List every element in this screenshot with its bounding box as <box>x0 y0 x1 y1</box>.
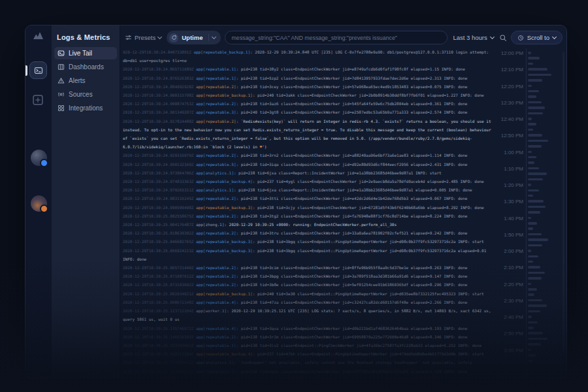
histogram-bar <box>528 52 531 54</box>
log-entry[interactable]: 2020-12-29T10:39:25.065721440Z app[repea… <box>123 263 493 272</box>
log-entry[interactable]: 2020-12-29T10:39:25.146639392Z app[repea… <box>123 333 493 341</box>
scroll-to-button[interactable]: Scroll to <box>511 31 563 44</box>
log-message: pid=237 tid=47kh class=Endpoint::PingUpt… <box>257 351 484 356</box>
sidebar-item-live-tail[interactable]: Live Tail <box>54 47 117 59</box>
chevron-down-icon[interactable] <box>212 35 216 39</box>
log-entry[interactable]: 2020-12-29T10:39:25.183946072Z app[repea… <box>123 367 493 376</box>
sidebar-item-alerts[interactable]: Alerts <box>54 74 117 87</box>
log-source-tag: app[repeatable.2]: <box>196 119 238 123</box>
log-source-tag: app[analytics.1]: <box>196 171 236 175</box>
log-entry[interactable]: 2020-12-29T10:39:25.002558675Z app[repea… <box>123 212 493 220</box>
log-entry[interactable]: 2020-12-29T10:39:25.171987612Z app[analy… <box>123 358 493 367</box>
log-entry[interactable]: 2020-12-29T10:39:24.974833363Z app[repea… <box>123 177 493 186</box>
sidebar-nav: Live TailDashboardsAlertsSourcesIntegrat… <box>54 47 117 114</box>
rail-live-tail-button[interactable] <box>29 61 47 79</box>
log-timestamp: 2020-12-29T10:39:24.865711689Z <box>123 67 193 71</box>
time-label: 12:00 PM <box>497 50 523 56</box>
log-entry[interactable]: 2020-12-29T10:39:24.983116245Z app[repea… <box>123 194 493 203</box>
log-source-tag: app[repeatable.2]: <box>196 335 238 339</box>
log-message: pid=238 tid=6jxa class=Report::IncidentW… <box>238 171 442 175</box>
scrollbar[interactable] <box>563 52 564 352</box>
log-entry[interactable]: 2020-12-29T10:39:24.884092928Z app[repea… <box>123 82 493 91</box>
log-entry[interactable]: 2020-12-29T10:39:24.979265311Z app[analy… <box>123 186 493 194</box>
log-entry[interactable]: 2020-12-29T10:39:24.950132169Z app[repea… <box>123 160 493 169</box>
log-entry[interactable]: 2020-12-29T10:39:24.929316979Z app[repea… <box>123 151 493 159</box>
log-message: pid=238 tid=3bgq class=Endpoint::PingUpt… <box>257 239 484 244</box>
log-entry[interactable]: 2020-12-29T10:39:24.990599498Z app[repea… <box>123 203 493 212</box>
rail-add-button[interactable] <box>31 93 45 106</box>
sidebar-item-sources[interactable]: Sources <box>54 88 117 101</box>
time-label: 1:10 PM <box>497 166 523 172</box>
log-timestamp: 2020-12-29T10:39:24.974833363Z <box>123 179 193 184</box>
log-source-tag: app[repeatable.2]: <box>196 84 238 89</box>
log-timestamp: 2020-12-29T10:39:24.973964706Z <box>123 171 193 175</box>
log-entry[interactable]: 2020-12-29T10:39:25.163712204Z app[repea… <box>123 350 493 358</box>
log-message: pid=238 tid=3iqa class=EndpointCheckWork… <box>241 162 468 167</box>
log-message: pid=238 tid=3lv2 class=Endpoint::PingChe… <box>241 343 482 348</box>
presets-label: Presets <box>135 34 155 41</box>
log-message: 'toadhopper' not available, safely canno… <box>238 360 472 365</box>
histogram-bar <box>528 172 547 175</box>
log-timestamp: 2020-12-29T10:39:25.065721440Z <box>123 265 193 270</box>
histogram-bar <box>528 106 545 109</box>
log-entry[interactable]: 2020-12-29T10:39:25.153103602Z app[repea… <box>123 341 493 350</box>
log-source-tag: app[repeatable.2]: <box>196 274 238 278</box>
log-source-tag: app[repeatable_backup.3]: <box>196 239 255 244</box>
histogram-bar <box>528 327 534 329</box>
log-entry[interactable]: 2020-12-29T10:39:25.191349287Z app[repea… <box>123 376 493 379</box>
sidebar-item-integrations[interactable]: Integrations <box>54 102 117 114</box>
sidebar-item-label: Alerts <box>69 77 86 84</box>
histogram-bar <box>528 140 548 142</box>
log-message: pid=238 tid=3rn2 class=EndpointCheckWork… <box>241 153 468 157</box>
log-entry[interactable]: 2020-12-29T10:39:24.865711689Z app[repea… <box>123 65 493 73</box>
log-source-tag: app[repeatable_backup.4]: <box>196 179 255 184</box>
sidebar-title: Logs & Metrics <box>54 33 117 41</box>
log-source-tag: app[repeatable_backup.1]: <box>196 93 255 97</box>
histogram-bar <box>528 151 532 154</box>
log-entry[interactable]: 2020-12-29T10:39:25.098672148Z app[repea… <box>123 298 493 306</box>
histogram-bar <box>528 316 532 318</box>
log-entry[interactable]: 2020-12-29T10:39:25.004176487Z app[zhong… <box>123 220 493 229</box>
log-entry[interactable]: 2020-12-29T10:39:24.973964706Z app[analy… <box>123 169 493 177</box>
avatar[interactable] <box>31 150 47 166</box>
log-entry[interactable]: 2020-12-29T10:39:25.123712204Z app[worke… <box>123 306 493 323</box>
uptime-filter-pill[interactable]: Uptime <box>167 31 221 44</box>
log-timestamp: 2020-12-29T10:39:25.171987612Z <box>123 360 193 365</box>
histogram-bar <box>528 261 533 263</box>
histogram-bar <box>528 250 531 252</box>
log-source-tag: app[repeatable.5]: <box>196 162 238 167</box>
sliders-icon <box>125 34 132 41</box>
log-entry[interactable]: 920-12-29T10:39:24.848733891Z app[repeat… <box>123 48 493 65</box>
search-icon[interactable] <box>499 34 507 42</box>
log-entry[interactable]: 2020-12-29T10:39:24.900874753Z app[repea… <box>123 99 493 108</box>
log-entry[interactable]: 2020-12-29T10:39:25.056924213Z app[repea… <box>123 246 493 263</box>
log-entry[interactable]: 2020-12-29T10:39:24.876526383Z app[repea… <box>123 74 493 82</box>
log-source-tag: app[zhong.1]: <box>196 222 227 227</box>
histogram-bar <box>528 338 547 340</box>
log-entry[interactable]: 2020-12-29T10:39:25.071087612Z app[repea… <box>123 272 493 280</box>
log-entry[interactable]: 2020-12-29T10:39:24.917824488Z app[repea… <box>123 117 493 152</box>
log-source-tag: app[repeatable.2]: <box>196 101 238 106</box>
log-entry[interactable]: 2020-12-29T10:39:25.073103602Z app[repea… <box>123 280 493 289</box>
log-entry[interactable]: 2020-12-29T10:39:25.135746072Z app[repea… <box>123 324 493 333</box>
log-source-tag: app[repeatable.1]: <box>196 67 238 71</box>
log-entry[interactable]: 2020-12-29T10:39:25.018639392Z app[repea… <box>123 229 493 237</box>
search-input[interactable]: message_string:"CAA" AND message_string:… <box>225 31 448 44</box>
sidebar-item-dashboards[interactable]: Dashboards <box>54 61 117 73</box>
histogram-bar <box>528 90 539 93</box>
dashboards-icon <box>57 63 65 71</box>
log-entry[interactable]: 2020-12-29T10:39:25.046682765Z app[repea… <box>123 237 493 246</box>
log-entry[interactable]: 2020-12-29T10:39:25.082034021Z app[repea… <box>123 289 493 298</box>
log-timestamp: 2020-12-29T10:39:24.876526383Z <box>123 76 193 80</box>
log-source-tag: app[repeatable_backup.3]: <box>196 248 255 253</box>
presets-button[interactable]: Presets <box>123 34 163 41</box>
log-entry[interactable]: 2020-12-29T10:39:24.901349287Z app[repea… <box>123 108 493 116</box>
log-message: pid=238 tid=6jxa class=Report::IncidentW… <box>238 188 472 192</box>
avatar[interactable] <box>31 195 47 212</box>
log-source-tag: app[repeatable.3]: <box>196 110 238 114</box>
histogram-bar <box>528 101 542 104</box>
log-timestamp: 2020-12-29T10:39:25.163712204Z <box>123 351 193 356</box>
time-range-button[interactable]: Last 3 hours <box>451 34 495 41</box>
log-timestamp: 2020-12-29T10:39:25.098672148Z <box>123 300 193 304</box>
log-entry[interactable]: 2020-12-29T10:39:24.900315798Z app[repea… <box>123 91 493 99</box>
